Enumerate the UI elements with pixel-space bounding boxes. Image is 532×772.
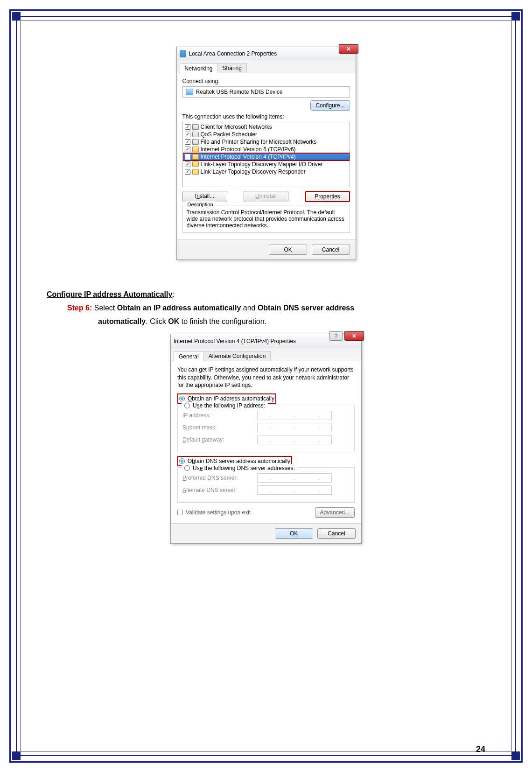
checkbox-icon[interactable] (185, 169, 190, 175)
dialog-title: Local Area Connection 2 Properties (189, 50, 353, 57)
use-dns-legend: Use the following DNS server addresses: (182, 464, 298, 472)
info-text: You can get IP settings assigned automat… (177, 366, 355, 389)
description-legend: Description (186, 202, 215, 207)
doc-line: automatically. Click OK to finish the co… (98, 315, 485, 329)
radio-icon (184, 465, 190, 471)
ip-address-input[interactable]: ... (257, 411, 332, 420)
adapter-field[interactable]: Realtek USB Remote NDIS Device (182, 86, 350, 98)
qos-icon (192, 132, 199, 137)
radio-icon (184, 403, 190, 408)
network-icon (180, 50, 186, 57)
alt-dns-input[interactable]: ... (257, 485, 332, 495)
checkbox-icon[interactable] (185, 161, 190, 167)
section-heading: Configure IP address Automatically (47, 290, 172, 298)
radio-icon (179, 396, 185, 401)
pref-dns-input[interactable]: ... (257, 473, 332, 483)
tab-bar: Networking Sharing (177, 60, 356, 73)
radio-icon (179, 458, 185, 464)
radio-use-ip[interactable]: Use the following IP address: (183, 401, 266, 410)
form-row: Default gateway:... (182, 435, 350, 444)
subnet-input[interactable]: ... (257, 423, 332, 432)
close-button[interactable]: ✕ (339, 44, 358, 54)
tab-bar: General Alternate Configuration (171, 348, 361, 361)
validate-label: Validate settings upon exit (186, 509, 251, 516)
connection-properties-dialog: Local Area Connection 2 Properties ✕ Net… (176, 47, 356, 260)
page-number: 24 (476, 744, 485, 754)
adapter-icon (186, 89, 193, 95)
titlebar[interactable]: Internet Protocol Version 4 (TCP/IPv4) P… (171, 334, 361, 348)
lltd-mapper-icon (192, 161, 199, 167)
dialog-footer: OK Cancel (171, 523, 361, 543)
list-item[interactable]: QoS Packet Scheduler (183, 131, 350, 138)
tab-networking[interactable]: Networking (180, 63, 218, 73)
connect-using-label: Connect using: (182, 78, 350, 84)
configure-button[interactable]: Configure... (310, 100, 350, 111)
pref-dns-label: Preferred DNS server: (182, 475, 257, 481)
uninstall-button[interactable]: Uninstall (244, 191, 288, 202)
description-text: Transmission Control Protocol/Internet P… (187, 209, 344, 229)
install-button[interactable]: Install... (182, 191, 227, 202)
checkbox-icon[interactable] (185, 147, 190, 152)
validate-row: Validate settings upon exit Advanced... (177, 507, 355, 518)
cancel-button[interactable]: Cancel (317, 528, 356, 539)
list-item-selected[interactable]: Internet Protocol Version 4 (TCP/IPv4) (183, 153, 350, 161)
list-item[interactable]: Client for Microsoft Networks (183, 123, 350, 131)
list-item[interactable]: Link-Layer Topology Discovery Responder (183, 168, 350, 175)
subnet-label: Subnet mask: (182, 424, 257, 431)
file-share-icon (192, 139, 199, 145)
items-label: This connection uses the following items… (182, 113, 350, 120)
gateway-input[interactable]: ... (257, 435, 332, 444)
lltd-responder-icon (192, 169, 199, 175)
form-row: IP address:... (182, 411, 350, 420)
radio-use-dns[interactable]: Use the following DNS server addresses: (183, 464, 296, 472)
client-icon (192, 124, 199, 130)
tab-general[interactable]: General (174, 351, 204, 361)
form-row: Subnet mask:... (182, 423, 350, 432)
tab-alternate[interactable]: Alternate Configuration (203, 351, 271, 361)
tab-panel: Connect using: Realtek USB Remote NDIS D… (177, 73, 356, 239)
dialog-footer: OK Cancel (177, 239, 356, 260)
list-item[interactable]: Link-Layer Topology Discovery Mapper I/O… (183, 161, 350, 168)
help-button[interactable]: ? (329, 331, 343, 341)
advanced-button[interactable]: Advanced... (315, 507, 355, 518)
form-row: Preferred DNS server:... (182, 473, 350, 483)
doc-line: Select Obtain an IP address automaticall… (94, 304, 354, 312)
close-button[interactable]: ✕ (344, 331, 364, 341)
use-dns-group: Use the following DNS server addresses: … (177, 467, 355, 503)
form-row: Alternate DNS server:... (182, 485, 350, 495)
ok-button[interactable]: OK (275, 528, 313, 539)
checkbox-icon[interactable] (185, 124, 190, 130)
validate-checkbox[interactable] (177, 510, 183, 515)
properties-button[interactable]: Properties (305, 191, 350, 202)
titlebar[interactable]: Local Area Connection 2 Properties ✕ (177, 47, 356, 60)
use-ip-legend: Use the following IP address: (182, 401, 268, 410)
gateway-label: Default gateway: (182, 436, 257, 443)
tab-panel: You can get IP settings assigned automat… (171, 361, 361, 523)
tab-sharing[interactable]: Sharing (217, 63, 247, 73)
ip-address-label: IP address: (182, 412, 257, 419)
list-item[interactable]: Internet Protocol Version 6 (TCP/IPv6) (183, 146, 350, 153)
adapter-name: Realtek USB Remote NDIS Device (196, 89, 283, 95)
checkbox-icon[interactable] (185, 132, 190, 137)
step-label: Step 6: (67, 304, 92, 312)
ipv6-icon (192, 147, 199, 152)
list-item[interactable]: File and Printer Sharing for Microsoft N… (183, 138, 350, 146)
ok-button[interactable]: OK (269, 245, 307, 255)
description-group: Description Transmission Control Protoco… (182, 205, 350, 233)
use-ip-group: Use the following IP address: IP address… (177, 405, 355, 452)
items-list[interactable]: Client for Microsoft Networks QoS Packet… (182, 122, 350, 187)
doc-text: Configure IP address Automatically: Step… (47, 288, 485, 328)
checkbox-icon[interactable] (185, 154, 190, 160)
ipv4-icon (192, 154, 199, 160)
ipv4-properties-dialog: Internet Protocol Version 4 (TCP/IPv4) P… (170, 334, 362, 544)
checkbox-icon[interactable] (185, 139, 190, 145)
cancel-button[interactable]: Cancel (312, 245, 350, 255)
alt-dns-label: Alternate DNS server: (182, 487, 257, 493)
